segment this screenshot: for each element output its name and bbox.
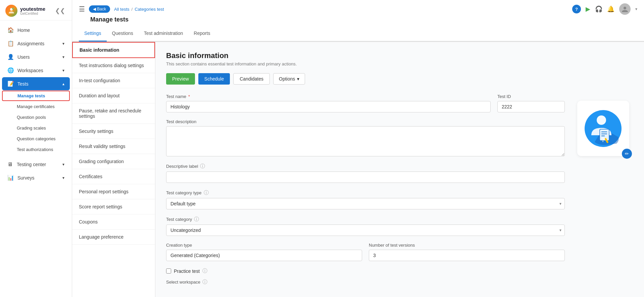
settings-item-certificates[interactable]: Certificates <box>72 169 155 184</box>
topbar-actions: ? ▶ 🎧 🔔 ▾ <box>572 3 637 15</box>
avatar-chevron[interactable]: ▾ <box>635 7 637 11</box>
sidebar-item-label-testing-center: Testing center <box>17 162 46 167</box>
chevron-down-icon-users: ▾ <box>62 55 64 59</box>
test-category-type-info-icon[interactable]: ⓘ <box>204 190 209 196</box>
settings-item-duration-layout[interactable]: Duration and layout <box>72 88 155 103</box>
sidebar-subitem-manage-certificates[interactable]: Manage certificates <box>2 101 70 112</box>
logo-text: youtestme GetCertified <box>20 6 45 15</box>
headset-icon[interactable]: 🎧 <box>595 5 602 13</box>
settings-sidebar: Basic information Test instructions dial… <box>72 42 155 297</box>
main-area: ☰ ◀ Back All tests / Categories test ? ▶… <box>72 0 644 297</box>
sidebar-nav: 🏠 Home 📋 Assignments ▾ 👤 Users ▾ 🌐 Works… <box>0 20 72 297</box>
page-title-row: Manage tests <box>72 15 644 23</box>
descriptive-label-label: Descriptive label ⓘ <box>166 163 565 169</box>
select-workspace-label: Select workspace ⓘ <box>166 279 565 285</box>
options-arrow-icon: ▾ <box>297 76 299 82</box>
test-category-type-label: Test category type ⓘ <box>166 190 565 196</box>
settings-item-score-report[interactable]: Score report settings <box>72 199 155 214</box>
logo-area: youtestme GetCertified ❮❮ <box>0 0 72 20</box>
sidebar-item-tests[interactable]: 📝 Tests ▴ <box>2 77 70 90</box>
test-name-label: Test name * <box>166 94 491 99</box>
workspaces-icon: 🌐 <box>7 67 14 73</box>
settings-item-grading-configuration[interactable]: Grading configuration <box>72 154 155 169</box>
test-category-type-select-wrapper: Default type ▾ <box>166 198 565 209</box>
sidebar-item-label-tests: Tests <box>17 81 29 87</box>
test-image-card: ? ✏ <box>577 101 629 156</box>
sidebar-item-label-users: Users <box>17 54 30 60</box>
sidebar-item-testing-center[interactable]: 🖥 Testing center ▾ <box>2 158 70 171</box>
descriptive-label-group: Descriptive label ⓘ <box>166 163 565 183</box>
descriptive-label-input[interactable] <box>166 171 565 183</box>
sidebar-subitem-test-authorizations[interactable]: Test authorizations <box>2 144 70 155</box>
sidebar-item-label-workspaces: Workspaces <box>17 68 43 73</box>
test-category-info-icon[interactable]: ⓘ <box>194 216 199 222</box>
settings-item-coupons[interactable]: Coupons <box>72 214 155 230</box>
tab-test-administration[interactable]: Test administration <box>139 26 189 42</box>
sidebar-item-home[interactable]: 🏠 Home <box>2 23 70 37</box>
settings-item-pause-retake[interactable]: Pause, retake and reschedule settings <box>72 103 155 124</box>
tab-questions[interactable]: Questions <box>107 26 139 42</box>
breadcrumb-all-tests[interactable]: All tests <box>114 7 130 12</box>
sidebar-subitem-question-pools[interactable]: Question pools <box>2 112 70 122</box>
preview-button[interactable]: Preview <box>166 73 195 85</box>
help-icon[interactable]: ? <box>572 5 581 13</box>
test-id-label: Test ID <box>497 94 565 99</box>
play-icon[interactable]: ▶ <box>586 5 590 13</box>
sidebar-item-users[interactable]: 👤 Users ▾ <box>2 50 70 63</box>
descriptive-label-info-icon[interactable]: ⓘ <box>200 163 205 169</box>
test-description-label: Test description <box>166 119 565 124</box>
settings-item-personal-report[interactable]: Personal report settings <box>72 184 155 199</box>
num-versions-input[interactable] <box>369 250 565 261</box>
options-button[interactable]: Options ▾ <box>273 73 305 85</box>
test-name-input[interactable] <box>166 101 491 112</box>
breadcrumb-current[interactable]: Categories test <box>135 7 164 12</box>
test-category-label: Test category ⓘ <box>166 216 565 222</box>
sidebar-item-surveys[interactable]: 📊 Surveys ▾ <box>2 171 70 184</box>
sidebar: youtestme GetCertified ❮❮ 🏠 Home 📋 Assig… <box>0 0 72 297</box>
sidebar-item-label-surveys: Surveys <box>17 175 35 181</box>
avatar[interactable] <box>619 3 631 15</box>
bell-icon[interactable]: 🔔 <box>607 5 614 13</box>
sidebar-item-label-assignments: Assignments <box>17 41 44 46</box>
sidebar-subitem-grading-scales[interactable]: Grading scales <box>2 123 70 133</box>
select-workspace-group: Select workspace ⓘ <box>166 279 565 285</box>
practice-test-label[interactable]: Practice test <box>174 268 200 274</box>
svg-point-4 <box>597 115 606 125</box>
sidebar-item-assignments[interactable]: 📋 Assignments ▾ <box>2 37 70 50</box>
num-versions-label: Number of test versions <box>369 243 565 248</box>
settings-item-result-validity[interactable]: Result validity settings <box>72 139 155 154</box>
breadcrumb: All tests / Categories test <box>114 7 164 12</box>
assignments-icon: 📋 <box>7 40 14 47</box>
testing-center-icon: 🖥 <box>7 161 13 167</box>
creation-type-group: Creation type <box>166 243 362 261</box>
topbar-top-row: ☰ ◀ Back All tests / Categories test ? ▶… <box>72 0 644 15</box>
test-id-group: Test ID <box>497 94 565 112</box>
practice-test-checkbox[interactable] <box>166 268 171 274</box>
practice-test-info-icon[interactable]: ⓘ <box>202 268 207 274</box>
test-description-textarea[interactable] <box>166 126 565 156</box>
back-button[interactable]: ◀ Back <box>89 5 110 13</box>
candidates-button[interactable]: Candidates <box>233 73 270 85</box>
test-id-input[interactable] <box>497 101 565 112</box>
creation-type-input[interactable] <box>166 250 362 261</box>
tab-reports[interactable]: Reports <box>188 26 215 42</box>
settings-item-language-preference[interactable]: Language preference <box>72 230 155 245</box>
edit-image-button[interactable]: ✏ <box>622 149 632 159</box>
collapse-sidebar-button[interactable]: ❮❮ <box>54 6 66 16</box>
select-workspace-info-icon[interactable]: ⓘ <box>202 279 207 285</box>
test-image-area: ? ✏ <box>573 94 633 285</box>
test-category-type-select[interactable]: Default type <box>166 198 565 209</box>
svg-text:?: ? <box>601 137 605 143</box>
settings-item-security-settings[interactable]: Security settings <box>72 124 155 139</box>
settings-item-test-instructions[interactable]: Test instructions dialog settings <box>72 58 155 73</box>
sidebar-subitem-question-categories[interactable]: Question categories <box>2 134 70 144</box>
sidebar-item-workspaces[interactable]: 🌐 Workspaces ▾ <box>2 64 70 77</box>
hamburger-button[interactable]: ☰ <box>79 5 85 13</box>
settings-item-basic-information[interactable]: Basic information <box>72 42 155 58</box>
schedule-button[interactable]: Schedule <box>198 73 230 85</box>
settings-item-in-test-configuration[interactable]: In-test configuration <box>72 73 155 88</box>
tab-settings[interactable]: Settings <box>79 26 107 42</box>
test-category-select[interactable]: Uncategorized <box>166 225 565 236</box>
practice-test-row: Practice test ⓘ <box>166 268 565 274</box>
sidebar-subitem-manage-tests[interactable]: Manage tests <box>2 91 70 101</box>
